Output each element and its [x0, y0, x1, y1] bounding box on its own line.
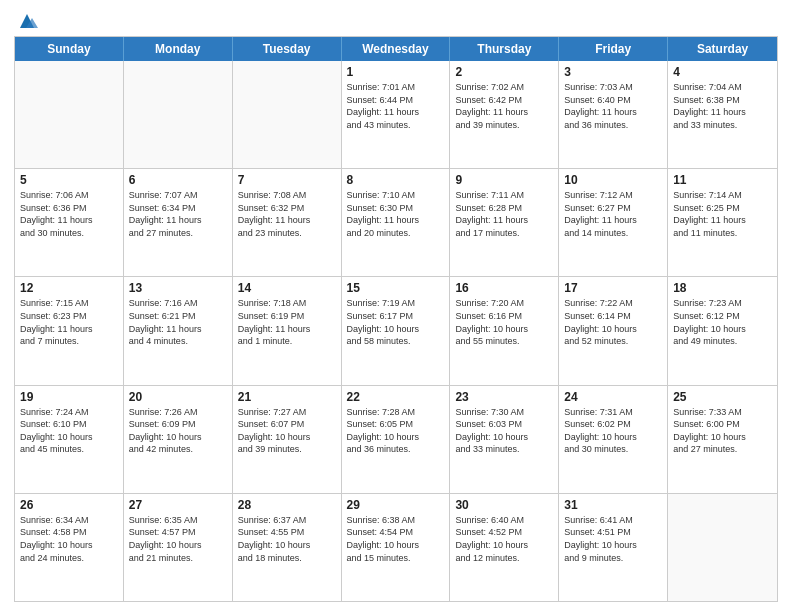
day-info: Sunrise: 7:02 AM Sunset: 6:42 PM Dayligh… — [455, 81, 553, 131]
day-number: 17 — [564, 281, 662, 295]
table-row: 19Sunrise: 7:24 AM Sunset: 6:10 PM Dayli… — [15, 386, 124, 493]
day-info: Sunrise: 7:27 AM Sunset: 6:07 PM Dayligh… — [238, 406, 336, 456]
cal-header-sunday: Sunday — [15, 37, 124, 61]
table-row: 28Sunrise: 6:37 AM Sunset: 4:55 PM Dayli… — [233, 494, 342, 601]
day-number: 22 — [347, 390, 445, 404]
table-row: 16Sunrise: 7:20 AM Sunset: 6:16 PM Dayli… — [450, 277, 559, 384]
table-row: 15Sunrise: 7:19 AM Sunset: 6:17 PM Dayli… — [342, 277, 451, 384]
day-number: 12 — [20, 281, 118, 295]
table-row: 11Sunrise: 7:14 AM Sunset: 6:25 PM Dayli… — [668, 169, 777, 276]
table-row: 29Sunrise: 6:38 AM Sunset: 4:54 PM Dayli… — [342, 494, 451, 601]
table-row: 27Sunrise: 6:35 AM Sunset: 4:57 PM Dayli… — [124, 494, 233, 601]
table-row: 23Sunrise: 7:30 AM Sunset: 6:03 PM Dayli… — [450, 386, 559, 493]
day-info: Sunrise: 7:20 AM Sunset: 6:16 PM Dayligh… — [455, 297, 553, 347]
day-number: 18 — [673, 281, 772, 295]
calendar-body: 1Sunrise: 7:01 AM Sunset: 6:44 PM Daylig… — [15, 61, 777, 601]
table-row: 12Sunrise: 7:15 AM Sunset: 6:23 PM Dayli… — [15, 277, 124, 384]
day-info: Sunrise: 7:04 AM Sunset: 6:38 PM Dayligh… — [673, 81, 772, 131]
day-number: 16 — [455, 281, 553, 295]
calendar: SundayMondayTuesdayWednesdayThursdayFrid… — [14, 36, 778, 602]
day-number: 24 — [564, 390, 662, 404]
cal-week-2: 5Sunrise: 7:06 AM Sunset: 6:36 PM Daylig… — [15, 169, 777, 277]
cal-header-wednesday: Wednesday — [342, 37, 451, 61]
day-info: Sunrise: 7:15 AM Sunset: 6:23 PM Dayligh… — [20, 297, 118, 347]
table-row — [233, 61, 342, 168]
table-row: 30Sunrise: 6:40 AM Sunset: 4:52 PM Dayli… — [450, 494, 559, 601]
table-row: 25Sunrise: 7:33 AM Sunset: 6:00 PM Dayli… — [668, 386, 777, 493]
day-number: 11 — [673, 173, 772, 187]
day-info: Sunrise: 6:40 AM Sunset: 4:52 PM Dayligh… — [455, 514, 553, 564]
table-row — [668, 494, 777, 601]
day-number: 19 — [20, 390, 118, 404]
table-row: 5Sunrise: 7:06 AM Sunset: 6:36 PM Daylig… — [15, 169, 124, 276]
table-row: 7Sunrise: 7:08 AM Sunset: 6:32 PM Daylig… — [233, 169, 342, 276]
day-number: 9 — [455, 173, 553, 187]
day-info: Sunrise: 7:11 AM Sunset: 6:28 PM Dayligh… — [455, 189, 553, 239]
day-info: Sunrise: 7:08 AM Sunset: 6:32 PM Dayligh… — [238, 189, 336, 239]
table-row: 24Sunrise: 7:31 AM Sunset: 6:02 PM Dayli… — [559, 386, 668, 493]
day-number: 27 — [129, 498, 227, 512]
page-container: SundayMondayTuesdayWednesdayThursdayFrid… — [0, 0, 792, 612]
day-number: 13 — [129, 281, 227, 295]
logo-icon — [16, 10, 38, 32]
cal-header-saturday: Saturday — [668, 37, 777, 61]
table-row: 18Sunrise: 7:23 AM Sunset: 6:12 PM Dayli… — [668, 277, 777, 384]
day-info: Sunrise: 7:24 AM Sunset: 6:10 PM Dayligh… — [20, 406, 118, 456]
day-info: Sunrise: 7:30 AM Sunset: 6:03 PM Dayligh… — [455, 406, 553, 456]
day-info: Sunrise: 7:19 AM Sunset: 6:17 PM Dayligh… — [347, 297, 445, 347]
day-number: 4 — [673, 65, 772, 79]
day-number: 26 — [20, 498, 118, 512]
table-row: 4Sunrise: 7:04 AM Sunset: 6:38 PM Daylig… — [668, 61, 777, 168]
day-number: 31 — [564, 498, 662, 512]
table-row: 6Sunrise: 7:07 AM Sunset: 6:34 PM Daylig… — [124, 169, 233, 276]
table-row: 22Sunrise: 7:28 AM Sunset: 6:05 PM Dayli… — [342, 386, 451, 493]
cal-header-monday: Monday — [124, 37, 233, 61]
day-number: 7 — [238, 173, 336, 187]
table-row: 3Sunrise: 7:03 AM Sunset: 6:40 PM Daylig… — [559, 61, 668, 168]
cal-week-1: 1Sunrise: 7:01 AM Sunset: 6:44 PM Daylig… — [15, 61, 777, 169]
table-row: 1Sunrise: 7:01 AM Sunset: 6:44 PM Daylig… — [342, 61, 451, 168]
day-number: 29 — [347, 498, 445, 512]
day-number: 5 — [20, 173, 118, 187]
table-row: 17Sunrise: 7:22 AM Sunset: 6:14 PM Dayli… — [559, 277, 668, 384]
table-row: 20Sunrise: 7:26 AM Sunset: 6:09 PM Dayli… — [124, 386, 233, 493]
day-info: Sunrise: 6:34 AM Sunset: 4:58 PM Dayligh… — [20, 514, 118, 564]
day-info: Sunrise: 7:03 AM Sunset: 6:40 PM Dayligh… — [564, 81, 662, 131]
day-number: 8 — [347, 173, 445, 187]
day-info: Sunrise: 6:35 AM Sunset: 4:57 PM Dayligh… — [129, 514, 227, 564]
table-row: 9Sunrise: 7:11 AM Sunset: 6:28 PM Daylig… — [450, 169, 559, 276]
cal-header-thursday: Thursday — [450, 37, 559, 61]
table-row: 13Sunrise: 7:16 AM Sunset: 6:21 PM Dayli… — [124, 277, 233, 384]
day-number: 25 — [673, 390, 772, 404]
day-info: Sunrise: 6:38 AM Sunset: 4:54 PM Dayligh… — [347, 514, 445, 564]
table-row — [15, 61, 124, 168]
day-info: Sunrise: 7:33 AM Sunset: 6:00 PM Dayligh… — [673, 406, 772, 456]
day-info: Sunrise: 7:07 AM Sunset: 6:34 PM Dayligh… — [129, 189, 227, 239]
table-row: 8Sunrise: 7:10 AM Sunset: 6:30 PM Daylig… — [342, 169, 451, 276]
day-info: Sunrise: 7:12 AM Sunset: 6:27 PM Dayligh… — [564, 189, 662, 239]
table-row: 31Sunrise: 6:41 AM Sunset: 4:51 PM Dayli… — [559, 494, 668, 601]
day-info: Sunrise: 7:06 AM Sunset: 6:36 PM Dayligh… — [20, 189, 118, 239]
day-info: Sunrise: 7:18 AM Sunset: 6:19 PM Dayligh… — [238, 297, 336, 347]
day-info: Sunrise: 7:28 AM Sunset: 6:05 PM Dayligh… — [347, 406, 445, 456]
day-info: Sunrise: 7:23 AM Sunset: 6:12 PM Dayligh… — [673, 297, 772, 347]
cal-header-friday: Friday — [559, 37, 668, 61]
day-info: Sunrise: 7:01 AM Sunset: 6:44 PM Dayligh… — [347, 81, 445, 131]
day-number: 2 — [455, 65, 553, 79]
table-row: 26Sunrise: 6:34 AM Sunset: 4:58 PM Dayli… — [15, 494, 124, 601]
cal-week-5: 26Sunrise: 6:34 AM Sunset: 4:58 PM Dayli… — [15, 494, 777, 601]
cal-header-tuesday: Tuesday — [233, 37, 342, 61]
day-number: 21 — [238, 390, 336, 404]
day-number: 30 — [455, 498, 553, 512]
day-info: Sunrise: 6:37 AM Sunset: 4:55 PM Dayligh… — [238, 514, 336, 564]
day-number: 28 — [238, 498, 336, 512]
day-info: Sunrise: 7:31 AM Sunset: 6:02 PM Dayligh… — [564, 406, 662, 456]
day-number: 6 — [129, 173, 227, 187]
day-info: Sunrise: 7:14 AM Sunset: 6:25 PM Dayligh… — [673, 189, 772, 239]
day-number: 15 — [347, 281, 445, 295]
day-number: 23 — [455, 390, 553, 404]
day-number: 1 — [347, 65, 445, 79]
day-info: Sunrise: 7:16 AM Sunset: 6:21 PM Dayligh… — [129, 297, 227, 347]
day-info: Sunrise: 7:22 AM Sunset: 6:14 PM Dayligh… — [564, 297, 662, 347]
day-number: 14 — [238, 281, 336, 295]
